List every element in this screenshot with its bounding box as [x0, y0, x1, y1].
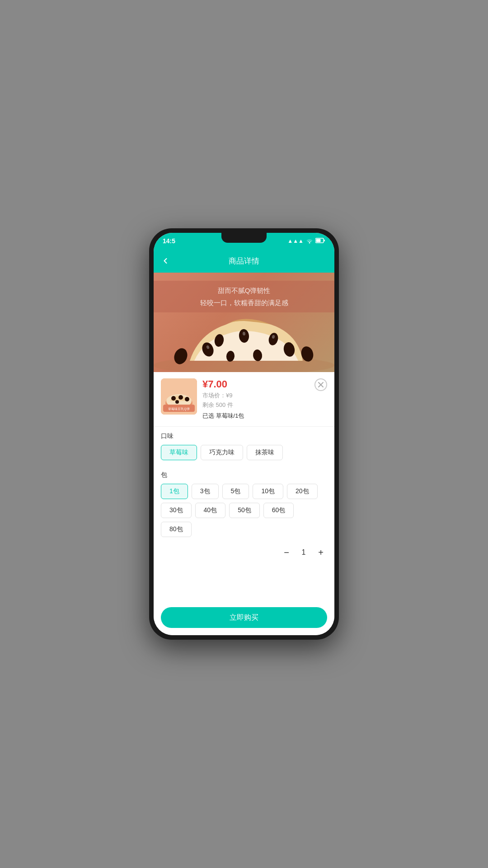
flavor-options: 草莓味巧克力味抹茶味: [161, 445, 327, 460]
close-button[interactable]: [314, 378, 327, 391]
status-time: 14:5: [163, 237, 175, 245]
back-button[interactable]: [161, 256, 170, 265]
notch: [221, 233, 267, 243]
svg-text:草莓味豆乳Q弹: 草莓味豆乳Q弹: [168, 407, 189, 411]
selected-info: 已选 草莓味/1包: [202, 412, 309, 420]
pack-option-1[interactable]: 1包: [161, 484, 188, 499]
svg-point-20: [178, 395, 183, 400]
quantity-row: − 1 +: [154, 542, 334, 564]
bottom-sheet: 草莓味豆乳Q弹 ¥7.00 市场价：¥9 剩余 500 件 已选 草莓味/1包: [154, 372, 334, 635]
price-original: 市场价：¥9: [202, 392, 309, 400]
flavor-option-matcha[interactable]: 抹茶味: [247, 445, 283, 460]
spacer: [154, 564, 334, 604]
pack-option-3[interactable]: 3包: [192, 484, 219, 499]
product-info-row: 草莓味豆乳Q弹 ¥7.00 市场价：¥9 剩余 500 件 已选 草莓味/1包: [154, 372, 334, 427]
svg-point-22: [175, 400, 179, 404]
buy-button[interactable]: 立即购买: [161, 607, 327, 628]
phone-frame: 14:5 ▲▲▲: [149, 228, 339, 640]
price-main: ¥7.00: [202, 378, 309, 390]
product-details: ¥7.00 市场价：¥9 剩余 500 件 已选 草莓味/1包: [202, 378, 309, 420]
increment-button[interactable]: +: [314, 546, 327, 559]
pack-option-80[interactable]: 80包: [161, 522, 192, 537]
pack-option-20[interactable]: 20包: [287, 484, 318, 499]
banner-line2: 轻咬一口，软糯香甜的满足感: [157, 297, 331, 309]
flavor-option-chocolate[interactable]: 巧克力味: [201, 445, 243, 460]
decrement-button[interactable]: −: [280, 546, 293, 559]
pack-option-10[interactable]: 10包: [253, 484, 283, 499]
battery-icon: [315, 238, 325, 245]
phone-screen: 14:5 ▲▲▲: [154, 233, 334, 635]
pack-options: 1包3包5包10包20包30包40包50包60包80包: [161, 484, 327, 537]
signal-icon: ▲▲▲: [287, 238, 304, 244]
flavor-label: 口味: [161, 432, 327, 440]
banner-text: 甜而不腻Q弹韧性 轻咬一口，软糯香甜的满足感: [154, 281, 334, 312]
svg-point-19: [171, 396, 176, 401]
flavor-option-strawberry[interactable]: 草莓味: [161, 445, 197, 460]
pack-option-5[interactable]: 5包: [222, 484, 249, 499]
app-header: 商品详情: [154, 249, 334, 273]
svg-rect-1: [316, 239, 321, 242]
wifi-icon: [306, 237, 313, 245]
pack-option-50[interactable]: 50包: [229, 503, 260, 518]
page-title: 商品详情: [229, 256, 259, 266]
stock-info: 剩余 500 件: [202, 401, 309, 409]
pack-option-30[interactable]: 30包: [161, 503, 192, 518]
product-banner: 甜而不腻Q弹韧性 轻咬一口，软糯香甜的满足感: [154, 273, 334, 372]
svg-point-21: [185, 397, 189, 401]
pack-section: 包 1包3包5包10包20包30包40包50包60包80包: [154, 466, 334, 542]
banner-line1: 甜而不腻Q弹韧性: [157, 284, 331, 297]
product-thumbnail: 草莓味豆乳Q弹: [161, 378, 197, 415]
status-icons: ▲▲▲: [287, 237, 325, 245]
quantity-value: 1: [299, 548, 308, 557]
pack-option-40[interactable]: 40包: [195, 503, 226, 518]
pack-label: 包: [161, 471, 327, 479]
svg-rect-2: [324, 240, 325, 241]
pack-option-60[interactable]: 60包: [263, 503, 294, 518]
flavor-section: 口味 草莓味巧克力味抹茶味: [154, 427, 334, 466]
